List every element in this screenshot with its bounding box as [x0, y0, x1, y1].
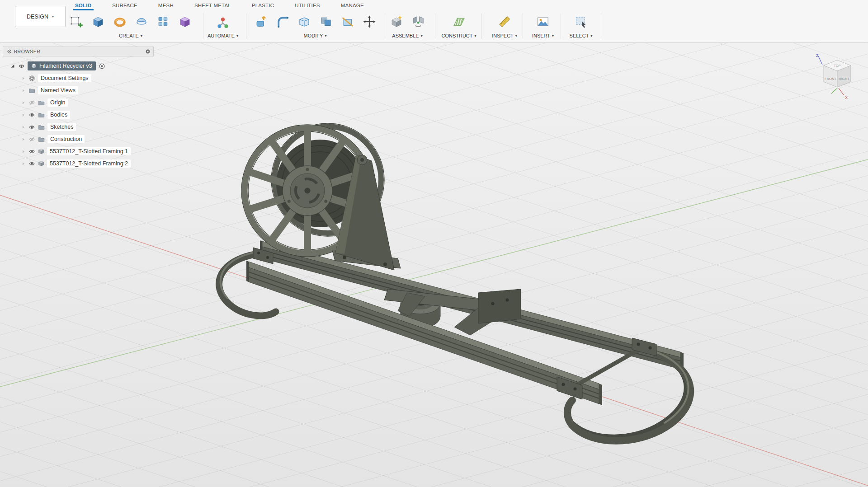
fillet-icon[interactable]: [272, 12, 293, 32]
toolbar-group-create: CREATE ▾: [66, 12, 196, 38]
construct-menu-button[interactable]: CONSTRUCT ▾: [441, 33, 476, 38]
browser-item-sketches[interactable]: Sketches: [3, 121, 154, 133]
activate-component-radio[interactable]: [99, 63, 105, 70]
tab-mesh[interactable]: MESH: [158, 0, 174, 10]
browser-item-label[interactable]: Construction: [47, 135, 85, 143]
create-menu-button[interactable]: CREATE ▾: [119, 33, 142, 38]
tab-surface[interactable]: SURFACE: [112, 0, 137, 10]
viewport-3d[interactable]: BROWSER Fila: [0, 43, 868, 487]
eye-icon[interactable]: [28, 148, 35, 155]
move-copy-icon[interactable]: [359, 12, 380, 32]
measure-icon[interactable]: [494, 12, 515, 32]
toolbar-group-select: SELECT ▾: [570, 12, 593, 38]
expanded-wedge-icon[interactable]: [10, 63, 15, 69]
browser-item-label[interactable]: Named Views: [38, 86, 78, 94]
toolbar-group-modify: MODIFY ▾: [250, 12, 380, 38]
chevron-down-icon: ▾: [141, 34, 142, 38]
eye-icon[interactable]: [28, 112, 35, 118]
automate-icon[interactable]: [212, 12, 234, 32]
toolbar-divider: [561, 14, 561, 39]
folder-icon: [38, 124, 45, 131]
expand-arrow-icon[interactable]: [21, 137, 26, 142]
display-settings-icon[interactable]: [145, 49, 151, 54]
create-form-icon[interactable]: [109, 12, 131, 32]
expand-arrow-icon[interactable]: [21, 76, 26, 81]
tab-manage[interactable]: MANAGE: [341, 0, 364, 10]
root-component-chip[interactable]: Filament Recycler v3: [28, 61, 96, 70]
gear-icon: [28, 75, 35, 82]
browser-item-origin[interactable]: Origin: [3, 97, 154, 108]
browser-item-document-settings[interactable]: Document Settings: [3, 72, 154, 84]
assemble-menu-button[interactable]: ASSEMBLE ▾: [392, 33, 422, 38]
folder-icon: [38, 99, 45, 106]
eye-off-icon[interactable]: [28, 136, 35, 143]
browser-item-label[interactable]: 5537T012_T-Slotted Framing:1: [47, 147, 131, 155]
filament-recycler-model[interactable]: [219, 123, 690, 441]
folder-icon: [38, 136, 45, 143]
axis-x-label: X: [845, 95, 848, 100]
expand-arrow-icon[interactable]: [21, 161, 26, 166]
toolbar-group-assemble: ASSEMBLE ▾: [386, 12, 429, 38]
browser-item-bodies[interactable]: Bodies: [3, 109, 154, 121]
insert-menu-button[interactable]: INSERT ▾: [532, 33, 554, 38]
expand-arrow-icon[interactable]: [21, 88, 26, 93]
shell-icon[interactable]: [293, 12, 315, 32]
select-menu-button[interactable]: SELECT ▾: [570, 33, 593, 38]
browser-item-construction[interactable]: Construction: [3, 133, 154, 145]
eye-icon[interactable]: [28, 160, 35, 167]
extrude-icon[interactable]: [87, 12, 109, 32]
component-icon: [38, 148, 44, 155]
browser-item-label[interactable]: Sketches: [47, 123, 76, 131]
expand-arrow-icon[interactable]: [21, 112, 26, 117]
pattern-icon[interactable]: [152, 12, 174, 32]
tab-solid[interactable]: SOLID: [75, 0, 91, 10]
view-cube[interactable]: Z TOP FRONT RIGHT X: [811, 52, 863, 104]
browser-item-label[interactable]: 5537T012_T-Slotted Framing:2: [47, 159, 131, 168]
inspect-menu-label: INSPECT: [492, 33, 514, 38]
component-icon: [38, 160, 44, 167]
eye-off-icon[interactable]: [28, 99, 35, 106]
split-body-icon[interactable]: [337, 12, 359, 32]
create-base-feature-icon[interactable]: [174, 12, 196, 32]
create-sketch-icon[interactable]: [66, 12, 87, 32]
eye-icon[interactable]: [28, 124, 35, 131]
tab-plastic[interactable]: PLASTIC: [252, 0, 274, 10]
browser-item-framing-1[interactable]: 5537T012_T-Slotted Framing:1: [3, 145, 154, 157]
toolbar-divider: [203, 14, 203, 39]
inspect-menu-button[interactable]: INSPECT ▾: [492, 33, 517, 38]
folder-icon: [28, 87, 35, 94]
toolbar-divider: [385, 14, 385, 39]
component-icon: [31, 63, 37, 69]
combine-icon[interactable]: [315, 12, 337, 32]
browser-item-framing-2[interactable]: 5537T012_T-Slotted Framing:2: [3, 158, 154, 169]
tab-sheet-metal[interactable]: SHEET METAL: [194, 0, 231, 10]
insert-canvas-icon[interactable]: [532, 12, 554, 32]
surface-patch-icon[interactable]: [131, 12, 152, 32]
browser-item-label[interactable]: Bodies: [47, 111, 70, 119]
expand-arrow-icon[interactable]: [21, 125, 26, 130]
expand-arrow-icon[interactable]: [21, 100, 26, 105]
joint-icon[interactable]: [407, 12, 429, 32]
press-pull-icon[interactable]: [250, 12, 272, 32]
modify-menu-button[interactable]: MODIFY ▾: [304, 33, 327, 38]
browser-item-label[interactable]: Document Settings: [38, 74, 91, 82]
chevron-down-icon: ▾: [475, 34, 476, 38]
collapse-panel-icon[interactable]: [6, 48, 12, 55]
automate-menu-button[interactable]: AUTOMATE ▾: [208, 33, 238, 38]
chevron-down-icon: ▾: [590, 34, 592, 38]
create-menu-label: CREATE: [119, 33, 139, 38]
chevron-down-icon: ▾: [515, 34, 517, 38]
eye-icon[interactable]: [18, 63, 25, 70]
design-menu-button[interactable]: DESIGN ▾: [15, 6, 66, 27]
browser-item-named-views[interactable]: Named Views: [3, 84, 154, 96]
browser-item-label[interactable]: Origin: [47, 98, 68, 107]
chevron-down-icon: ▾: [421, 34, 423, 38]
toolbar-group-construct: CONSTRUCT ▾: [441, 12, 476, 38]
expand-arrow-icon[interactable]: [21, 149, 26, 154]
browser-item-root[interactable]: Filament Recycler v3: [3, 60, 154, 72]
select-icon[interactable]: [570, 12, 592, 32]
construction-plane-icon[interactable]: [448, 12, 470, 32]
browser-header: BROWSER: [3, 47, 154, 56]
tab-utilities[interactable]: UTILITIES: [295, 0, 320, 10]
new-component-icon[interactable]: [386, 12, 407, 32]
